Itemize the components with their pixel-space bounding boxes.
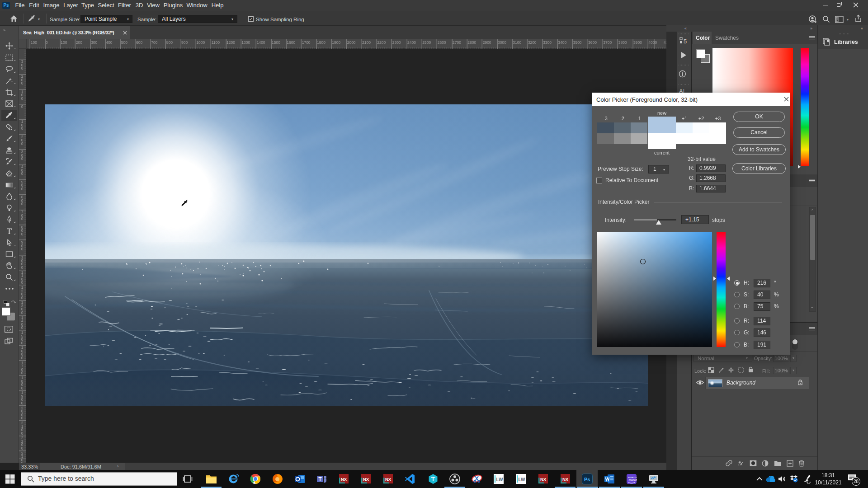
svg-text:LW: LW: [496, 477, 504, 482]
svg-text:NX: NX: [540, 477, 547, 482]
svg-text:NX: NX: [363, 477, 369, 482]
svg-text:Ps: Ps: [584, 477, 590, 482]
svg-text:5: 5: [684, 38, 687, 45]
svg-text:music: music: [629, 479, 637, 482]
svg-text:NX: NX: [341, 477, 347, 482]
svg-text:NX: NX: [562, 477, 569, 482]
svg-text:NX: NX: [385, 477, 392, 482]
svg-text:LW: LW: [519, 477, 526, 482]
